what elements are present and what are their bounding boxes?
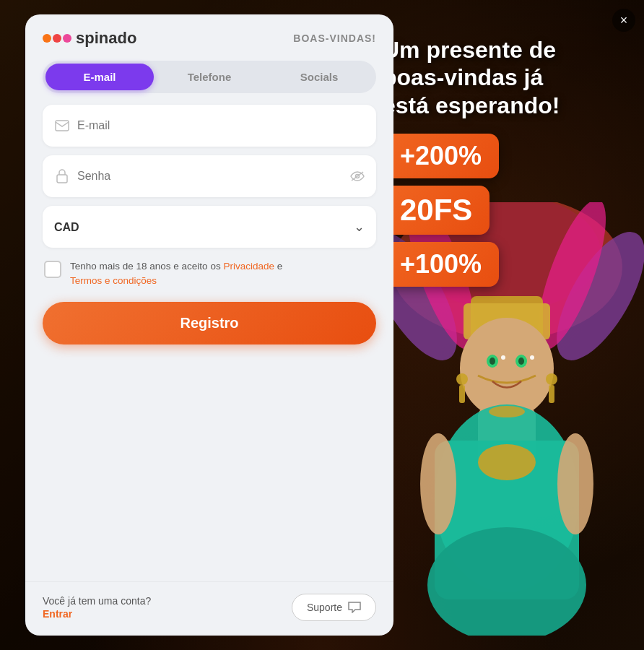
password-input-group <box>43 155 376 197</box>
modal-header: spinado BOAS-VINDAS! <box>25 14 393 55</box>
close-icon: × <box>620 13 628 28</box>
registration-modal: spinado BOAS-VINDAS! E-mail Telefone Soc… <box>25 14 393 636</box>
email-icon <box>54 118 70 134</box>
eye-icon <box>350 170 365 182</box>
terms-text: Tenho mais de 18 anos e aceito os Privac… <box>70 259 282 289</box>
tab-socials[interactable]: Socials <box>265 64 373 90</box>
terms-checkbox[interactable] <box>44 261 61 278</box>
support-label: Suporte <box>307 602 342 613</box>
logo: spinado <box>43 29 136 48</box>
tab-telefone[interactable]: Telefone <box>155 64 264 90</box>
welcome-label: BOAS-VINDAS! <box>293 32 376 44</box>
logo-icons <box>43 34 71 43</box>
login-link[interactable]: Entrar <box>43 608 151 620</box>
close-button[interactable]: × <box>612 9 635 32</box>
chevron-down-icon: ⌄ <box>354 219 365 235</box>
support-button[interactable]: Suporte <box>292 594 376 621</box>
privacy-link[interactable]: Privacidade <box>223 261 274 272</box>
register-button[interactable]: Registro <box>43 302 376 344</box>
logo-text: spinado <box>76 29 136 48</box>
svg-rect-28 <box>57 175 67 183</box>
tab-email[interactable]: E-mail <box>45 64 154 90</box>
password-field[interactable] <box>77 170 350 183</box>
footer-question: Você já tem uma conta? <box>43 595 151 607</box>
footer-left: Você já tem uma conta? Entrar <box>43 595 151 620</box>
bonus-badge-1: +200% <box>383 134 499 178</box>
form-area: CAD USD EUR BRL GBP ⌄ Tenho mais de 18 a… <box>25 105 393 581</box>
bonus-badge-3: +100% <box>383 242 499 287</box>
svg-rect-27 <box>56 121 69 131</box>
email-field[interactable] <box>77 119 365 132</box>
tab-bar: E-mail Telefone Socials <box>43 61 376 93</box>
chat-icon <box>348 602 361 613</box>
currency-select-input[interactable]: CAD USD EUR BRL GBP <box>54 221 354 233</box>
bonus-headline: Um presente de boas-vindas já está esper… <box>383 36 585 119</box>
terms-link[interactable]: Termos e condições <box>70 275 157 286</box>
logo-circle-1 <box>43 34 51 43</box>
logo-circle-3 <box>63 34 71 43</box>
modal-footer: Você já tem uma conta? Entrar Suporte <box>25 581 393 636</box>
email-input-group <box>43 105 376 147</box>
terms-checkbox-row: Tenho mais de 18 anos e aceito os Privac… <box>43 259 376 289</box>
bonus-panel: Um presente de boas-vindas já está esper… <box>354 14 637 636</box>
lock-icon <box>54 168 70 184</box>
bonus-badge-2: 20FS <box>383 186 489 235</box>
currency-selector[interactable]: CAD USD EUR BRL GBP ⌄ <box>43 206 376 248</box>
logo-circle-2 <box>53 34 61 43</box>
